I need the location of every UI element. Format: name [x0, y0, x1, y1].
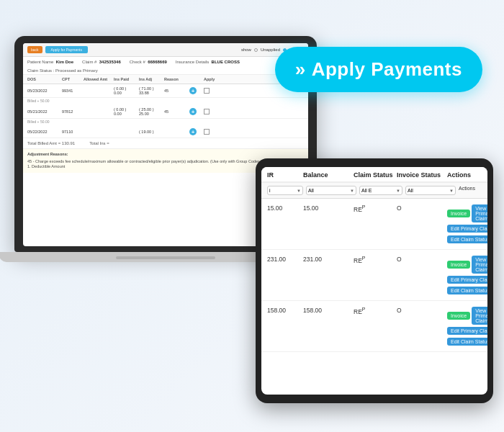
col-cpt: CPT — [62, 77, 84, 81]
laptop-toolbar: back Apply for Payments show Unapplied A… — [23, 43, 308, 57]
tab-row2-invoice-btn[interactable]: Invoice — [447, 261, 470, 269]
row2-cpt: 97812 — [62, 109, 84, 114]
tablet-row-1: 15.00 15.00 REP O Invoice View Primary C… — [261, 199, 487, 250]
total-billed: Total Billed Amt = 130.91 — [27, 141, 75, 145]
row1-billed: Billed + 50.00 — [23, 98, 308, 105]
tab-col-ir: IR — [267, 171, 303, 179]
tab-row2-claim-status: REP — [354, 256, 397, 264]
row3-add-button[interactable]: + — [189, 128, 197, 135]
tab-col-actions: Actions — [447, 171, 487, 179]
row1-apply-checkbox[interactable] — [204, 88, 210, 94]
tab-row3-action-row1: Invoice View Primary Claim — [447, 307, 487, 325]
tablet-outer: IR Balance Claim Status Invoice Status A… — [256, 158, 493, 403]
row2-add-button[interactable]: + — [189, 108, 197, 115]
laptop-table-header: DOS CPT Allowed Amt Ins Paid Ins Adj Rea… — [23, 75, 308, 84]
col-apply: Apply — [204, 77, 218, 81]
filter-actions-label: Actions — [459, 186, 487, 195]
filter-all-2[interactable]: All ▼ — [405, 186, 456, 195]
check-number-value: 66868669 — [148, 60, 167, 64]
table-row: 05/21/2022 97812 ( 0.00 ) 0.00 ( 25.00 )… — [23, 105, 308, 119]
row2-dos: 05/21/2022 — [27, 109, 62, 114]
row3-cpt: 97110 — [62, 130, 84, 134]
col-plus — [189, 77, 204, 81]
chevrons-icon: » — [295, 58, 306, 81]
col-ins-adj: Ins Adj — [139, 77, 164, 81]
row1-cpt: 99341 — [62, 89, 84, 93]
total-ins: Total Ins = — [89, 141, 109, 145]
apply-payments-badge[interactable]: » Apply Payments — [275, 47, 482, 92]
laptop-apply-button[interactable]: Apply for Payments — [45, 46, 88, 53]
col-reason: Reason — [164, 77, 189, 81]
row1-dos: 05/23/2022 — [27, 89, 62, 93]
tab-row3-balance: 158.00 — [303, 307, 354, 314]
tab-row2-action-row2: Edit Primary Claim — [447, 276, 487, 284]
col-ins-paid: Ins Paid — [114, 77, 139, 81]
tab-row1-ir: 15.00 — [267, 204, 303, 212]
tab-col-invoice-status: Invoice Status — [397, 171, 447, 179]
tab-row3-invoice-status: O — [397, 307, 447, 314]
tab-row2-ir: 231.00 — [267, 256, 303, 263]
row2-apply-checkbox[interactable] — [204, 109, 210, 114]
tab-col-balance: Balance — [303, 171, 354, 179]
tab-row3-actions: Invoice View Primary Claim Edit Primary … — [447, 307, 487, 346]
insurance-label: Insurance Details BLUE CROSS — [176, 60, 240, 64]
unapplied-radio[interactable] — [254, 48, 258, 52]
show-label: show — [241, 48, 251, 52]
tab-row1-invoice-btn[interactable]: Invoice — [447, 210, 470, 217]
tab-row1-balance: 15.00 — [303, 204, 354, 212]
tab-row3-view-btn[interactable]: View Primary Claim — [472, 307, 487, 325]
tablet-row-2: 231.00 231.00 REP O Invoice View Primary… — [261, 250, 487, 301]
tab-row3-edit-btn[interactable]: Edit Primary Claim — [447, 327, 487, 335]
tab-row2-view-btn[interactable]: View Primary Claim — [472, 256, 487, 274]
adjustment-title: Adjustment Reasons: — [27, 152, 304, 158]
tab-row2-edit-btn[interactable]: Edit Primary Claim — [447, 276, 487, 284]
tab-row3-ir: 158.00 — [267, 307, 303, 314]
tab-row3-action-row3: Edit Claim Status ⊞ — [447, 337, 487, 346]
tab-row2-actions: Invoice View Primary Claim Edit Primary … — [447, 256, 487, 294]
check-number-label: Check # 66868669 — [130, 60, 167, 64]
filter-all-e[interactable]: All E ▼ — [359, 186, 402, 195]
filter-all-e-arrow: ▼ — [396, 189, 400, 193]
tablet-screen: IR Balance Claim Status Invoice Status A… — [261, 167, 487, 395]
scene: » Apply Payments back Apply for Payments… — [0, 0, 504, 432]
filter-ir[interactable]: i ▼ — [267, 186, 303, 195]
tablet-device: IR Balance Claim Status Invoice Status A… — [256, 158, 493, 403]
tab-row2-invoice-status: O — [397, 256, 447, 263]
row3-apply-checkbox[interactable] — [204, 129, 210, 135]
unapplied-label: Unapplied — [261, 48, 280, 52]
tab-row1-actions: Invoice View Primary Claim Edit Primary … — [447, 204, 487, 243]
tab-row1-view-btn[interactable]: View Primary Claim — [472, 204, 487, 222]
row2-reason: 45 — [164, 109, 189, 114]
filter-all-2-arrow: ▼ — [449, 189, 454, 193]
tab-row2-action-row1: Invoice View Primary Claim — [447, 256, 487, 274]
filter-all-2-value: All — [408, 188, 413, 193]
tab-row1-action-row3: Edit Claim Status ⊞ — [447, 235, 487, 243]
tab-row3-status-btn[interactable]: Edit Claim Status — [447, 338, 487, 346]
tablet-row-3: 158.00 158.00 REP O Invoice View Primary… — [261, 301, 487, 352]
tab-row2-action-row3: Edit Claim Status ⊞ — [447, 286, 487, 294]
claim-status: Claim Status : Processed as Primary — [23, 67, 308, 75]
row1-ins-paid: ( 0.00 ) 0.00 — [114, 86, 139, 95]
tab-row1-status-btn[interactable]: Edit Claim Status — [447, 235, 487, 243]
insurance-value: BLUE CROSS — [212, 60, 240, 64]
tab-row1-invoice-status: O — [397, 204, 447, 212]
tab-row3-invoice-btn[interactable]: Invoice — [447, 312, 470, 320]
filter-all-1[interactable]: All ▼ — [306, 186, 356, 195]
claim-number-label: Claim # 342535346 — [82, 60, 121, 64]
row1-ins-adj: ( 71.00 ) 33.88 — [139, 86, 164, 95]
row1-reason: 45 — [164, 89, 189, 93]
row2-ins-paid: ( 0.00 ) 0.00 — [114, 107, 139, 116]
tablet-filters: i ▼ All ▼ All E ▼ All ▼ Actio — [261, 183, 487, 199]
back-button[interactable]: back — [27, 46, 42, 53]
filter-ir-value: i — [269, 188, 271, 193]
row2-ins-adj: ( 25.00 ) 25.00 — [139, 107, 164, 116]
col-dos: DOS — [27, 77, 62, 81]
table-row: 05/22/2022 97110 ( 19.00 ) + — [23, 126, 308, 138]
tab-row1-action-row2: Edit Primary Claim — [447, 225, 487, 233]
row3-ins-adj: ( 19.00 ) — [139, 130, 164, 134]
row1-add-button[interactable]: + — [189, 87, 197, 94]
tab-col-claim-status: Claim Status — [354, 171, 397, 179]
tab-row1-edit-btn[interactable]: Edit Primary Claim — [447, 225, 487, 233]
tab-row2-status-btn[interactable]: Edit Claim Status — [447, 287, 487, 294]
tab-row2-balance: 231.00 — [303, 256, 354, 263]
